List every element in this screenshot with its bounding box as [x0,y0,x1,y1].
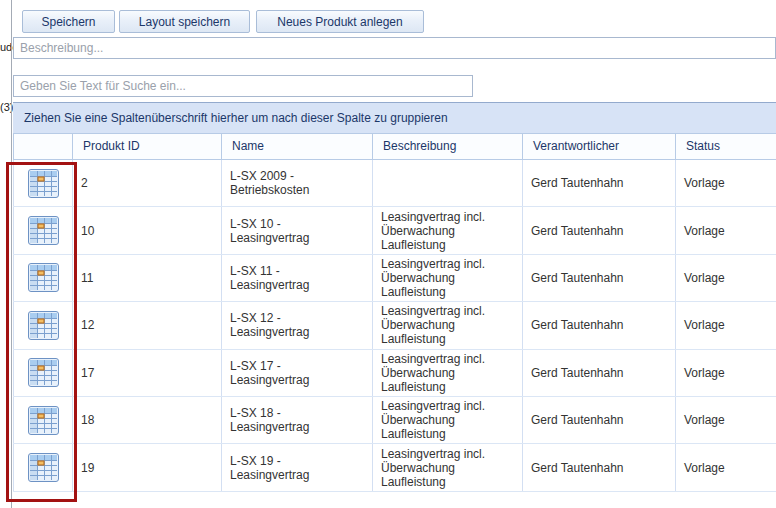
row-icon-cell[interactable] [13,302,73,348]
responsible-cell: Gerd Tautenhahn [523,397,676,443]
description-cell: Leasingvertrag incl. Überwachung Lauflei… [373,397,523,443]
status-cell: Vorlage [676,444,776,490]
table-row[interactable]: 10 L-SX 10 - Leasingvertrag Leasingvertr… [13,207,776,254]
name-cell: L-SX 11 - Leasingvertrag [222,255,373,301]
status-cell: Vorlage [676,160,776,206]
table-row[interactable]: 11 L-SX 11 - Leasingvertrag Leasingvertr… [13,255,776,302]
new-product-button[interactable]: Neues Produkt anlegen [256,10,424,33]
product-id-cell: 19 [73,444,222,490]
responsible-cell: Gerd Tautenhahn [523,302,676,348]
name-cell: L-SX 2009 - Betriebskosten [222,160,373,206]
table-grid-icon[interactable] [28,406,59,435]
row-icon-cell[interactable] [13,397,73,443]
status-cell: Vorlage [676,207,776,253]
name-cell: L-SX 12 - Leasingvertrag [222,302,373,348]
description-cell: Leasingvertrag incl. Überwachung Lauflei… [373,444,523,490]
status-cell: Vorlage [676,302,776,348]
product-id-cell: 18 [73,397,222,443]
name-cell: L-SX 19 - Leasingvertrag [222,444,373,490]
table-grid-icon[interactable] [28,311,59,340]
column-header-responsible[interactable]: Verantwortlicher [523,134,676,159]
products-table: Produkt ID Name Beschreibung Verantwortl… [13,133,776,492]
responsible-cell: Gerd Tautenhahn [523,255,676,301]
status-cell: Vorlage [676,255,776,301]
status-cell: Vorlage [676,350,776,396]
row-icon-cell[interactable] [13,255,73,301]
table-body: 2 L-SX 2009 - Betriebskosten Gerd Tauten… [13,160,776,492]
save-layout-button[interactable]: Layout speichern [119,10,250,33]
table-grid-icon[interactable] [28,453,59,482]
table-row[interactable]: 2 L-SX 2009 - Betriebskosten Gerd Tauten… [13,160,776,207]
table-grid-icon[interactable] [28,216,59,245]
name-cell: L-SX 10 - Leasingvertrag [222,207,373,253]
description-cell: Leasingvertrag incl. Überwachung Lauflei… [373,207,523,253]
table-row[interactable]: 17 L-SX 17 - Leasingvertrag Leasingvertr… [13,350,776,397]
table-grid-icon[interactable] [28,263,59,292]
description-cell: Leasingvertrag incl. Überwachung Lauflei… [373,350,523,396]
row-icon-cell[interactable] [13,207,73,253]
responsible-cell: Gerd Tautenhahn [523,350,676,396]
column-header-description[interactable]: Beschreibung [373,134,523,159]
panel-left-border [11,0,12,508]
responsible-cell: Gerd Tautenhahn [523,207,676,253]
status-cell: Vorlage [676,397,776,443]
search-input[interactable] [13,75,473,97]
name-cell: L-SX 18 - Leasingvertrag [222,397,373,443]
product-id-cell: 10 [73,207,222,253]
name-cell: L-SX 17 - Leasingvertrag [222,350,373,396]
description-cell: Leasingvertrag incl. Überwachung Lauflei… [373,255,523,301]
table-row[interactable]: 19 L-SX 19 - Leasingvertrag Leasingvertr… [13,444,776,491]
responsible-cell: Gerd Tautenhahn [523,160,676,206]
table-row[interactable]: 12 L-SX 12 - Leasingvertrag Leasingvertr… [13,302,776,349]
table-grid-icon[interactable] [28,358,59,387]
table-header-row: Produkt ID Name Beschreibung Verantwortl… [13,133,776,160]
product-id-cell: 17 [73,350,222,396]
row-icon-cell[interactable] [13,350,73,396]
column-header-status[interactable]: Status [676,134,776,159]
product-id-cell: 12 [73,302,222,348]
column-header-name[interactable]: Name [222,134,373,159]
column-header-icon[interactable] [13,134,73,159]
table-grid-icon[interactable] [28,169,59,198]
product-id-cell: 11 [73,255,222,301]
description-cell [373,160,523,206]
responsible-cell: Gerd Tautenhahn [523,444,676,490]
description-cell: Leasingvertrag incl. Überwachung Lauflei… [373,302,523,348]
row-icon-cell[interactable] [13,444,73,490]
group-by-panel[interactable]: Ziehen Sie eine Spaltenüberschrift hierh… [13,102,776,133]
table-row[interactable]: 18 L-SX 18 - Leasingvertrag Leasingvertr… [13,397,776,444]
save-button[interactable]: Speichern [22,10,115,33]
product-id-cell: 2 [73,160,222,206]
row-icon-cell[interactable] [13,160,73,206]
column-header-product-id[interactable]: Produkt ID [73,134,222,159]
description-filter-input[interactable] [13,37,776,59]
